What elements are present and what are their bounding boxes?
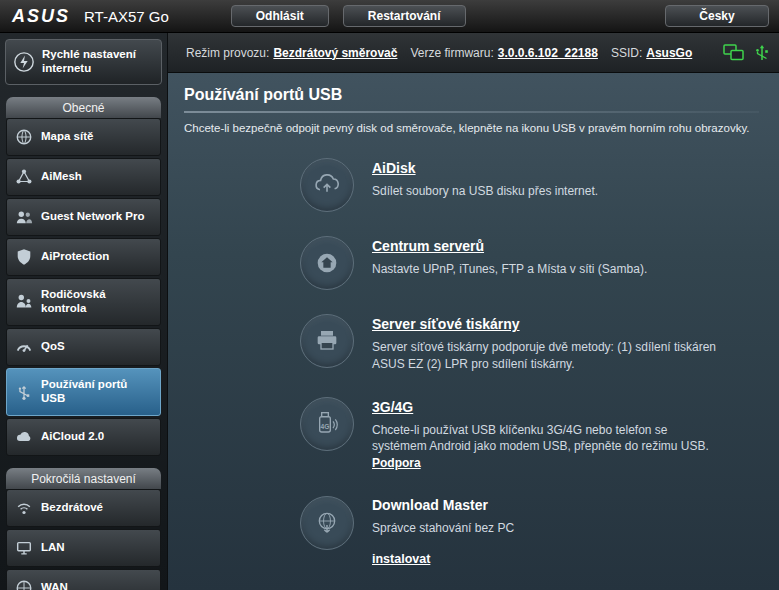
usb-icon xyxy=(13,381,35,403)
sidebar-item-label: AiMesh xyxy=(41,170,82,184)
network-printer-description: Server síťové tiskárny podporuje dvě met… xyxy=(372,339,720,373)
quick-setup-label: Rychlé nastavení internetu xyxy=(42,48,154,76)
sidebar-item-wan[interactable]: WAN xyxy=(6,569,161,590)
sidebar-item-label: Mapa sítě xyxy=(41,130,93,144)
sidebar-item-lan[interactable]: LAN xyxy=(6,529,161,567)
aidisk-link[interactable]: AiDisk xyxy=(372,160,416,176)
sidebar-item-wireless[interactable]: Bezdrátové xyxy=(6,489,161,527)
usb-app-download-master: Download Master Správce stahování bez PC… xyxy=(300,496,759,567)
sidebar-item-label: AiCloud 2.0 xyxy=(41,430,104,444)
operation-mode-link[interactable]: Bezdrátový směrovač xyxy=(273,46,397,60)
aidisk-cloud-icon xyxy=(300,158,354,212)
quick-setup-icon xyxy=(13,51,35,73)
usb-modem-icon: 4G xyxy=(300,397,354,451)
sidebar-item-aiprotection[interactable]: AiProtection xyxy=(6,238,161,276)
usb-app-3g4g: 4G 3G/4G Chcete-li používat USB klíčenku… xyxy=(300,397,759,472)
language-select[interactable]: Česky xyxy=(665,5,769,27)
sidebar-item-label: Rodičovská kontrola xyxy=(41,288,154,316)
reboot-button[interactable]: Restartování xyxy=(343,5,466,27)
sidebar-item-label: Bezdrátové xyxy=(41,501,103,515)
usb-app-servers-center: Centrum serverů Nastavte UPnP, iTunes, F… xyxy=(300,236,759,290)
shield-icon xyxy=(13,246,35,268)
lan-icon xyxy=(13,537,35,559)
section-general: Obecné xyxy=(6,97,161,118)
quick-internet-setup-button[interactable]: Rychlé nastavení internetu xyxy=(5,39,162,85)
install-link[interactable]: instalovat xyxy=(372,552,430,566)
logout-button[interactable]: Odhlásit xyxy=(231,5,329,27)
topbar: ASUS RT-AX57 Go Odhlásit Restartování Če… xyxy=(0,0,779,33)
download-master-icon xyxy=(300,496,354,550)
sidebar-item-qos[interactable]: QoS xyxy=(6,328,161,366)
3g4g-description-text: Chcete-li používat USB klíčenku 3G/4G ne… xyxy=(372,423,709,454)
network-printer-icon xyxy=(300,314,354,368)
sidebar-item-aimesh[interactable]: AiMesh xyxy=(6,158,161,196)
sidebar-item-guest-network[interactable]: Guest Network Pro xyxy=(6,198,161,236)
servers-center-link[interactable]: Centrum serverů xyxy=(372,238,484,254)
usb-status-icon[interactable] xyxy=(753,44,771,61)
wireless-icon xyxy=(13,497,35,519)
sidebar-item-network-map[interactable]: Mapa sítě xyxy=(6,118,161,156)
ssid-label: SSID: xyxy=(611,46,642,60)
sidebar-item-label: WAN xyxy=(41,581,68,590)
podpora-link[interactable]: Podpora xyxy=(372,456,421,470)
usb-app-aidisk: AiDisk Sdílet soubory na USB disku přes … xyxy=(300,158,759,212)
router-admin-screen: ASUS RT-AX57 Go Odhlásit Restartování Če… xyxy=(0,0,779,590)
asus-logo: ASUS xyxy=(12,6,70,27)
operation-mode-label: Režim provozu: xyxy=(186,46,269,60)
section-advanced: Pokročilá nastavení xyxy=(6,468,161,489)
title-divider xyxy=(184,111,759,113)
sidebar: Rychlé nastavení internetu Obecné Mapa s… xyxy=(0,33,168,590)
sidebar-item-label: Používání portů USB xyxy=(41,378,154,406)
lan-status-icon[interactable] xyxy=(723,44,744,61)
cloud-icon xyxy=(13,426,35,448)
status-infobar: Režim provozu: Bezdrátový směrovač Verze… xyxy=(168,33,779,73)
page-title: Používání portů USB xyxy=(184,86,759,104)
firmware-label: Verze firmwaru: xyxy=(410,46,493,60)
router-model-label: RT-AX57 Go xyxy=(84,8,169,25)
network-printer-link[interactable]: Server síťové tiskárny xyxy=(372,316,520,332)
firmware-version-link[interactable]: 3.0.0.6.102_22188 xyxy=(498,46,598,60)
gauge-icon xyxy=(13,336,35,358)
sidebar-item-parental-controls[interactable]: Rodičovská kontrola xyxy=(6,278,161,326)
sidebar-item-label: QoS xyxy=(41,340,65,354)
page-description: Chcete-li bezpečně odpojit pevný disk od… xyxy=(184,122,759,134)
svg-text:4G: 4G xyxy=(321,422,330,429)
wan-icon xyxy=(13,577,35,590)
sidebar-item-label: AiProtection xyxy=(41,250,109,264)
guest-network-icon xyxy=(13,206,35,228)
sidebar-item-aicloud[interactable]: AiCloud 2.0 xyxy=(6,418,161,456)
sidebar-item-usb-application[interactable]: Používání portů USB xyxy=(6,368,161,416)
servers-center-icon xyxy=(300,236,354,290)
download-master-title: Download Master xyxy=(372,497,514,513)
usb-apps-list: AiDisk Sdílet soubory na USB disku přes … xyxy=(184,158,759,567)
download-master-description: Správce stahování bez PC xyxy=(372,520,514,537)
aidisk-description: Sdílet soubory na USB disku přes interne… xyxy=(372,183,598,200)
aimesh-icon xyxy=(13,166,35,188)
network-map-icon xyxy=(13,126,35,148)
3g4g-link[interactable]: 3G/4G xyxy=(372,399,413,415)
usb-application-panel: Používání portů USB Chcete-li bezpečně o… xyxy=(168,73,779,590)
servers-center-description: Nastavte UPnP, iTunes, FTP a Místa v sít… xyxy=(372,261,647,278)
usb-app-network-printer: Server síťové tiskárny Server síťové tis… xyxy=(300,314,759,373)
ssid-link[interactable]: AsusGo xyxy=(646,46,692,60)
sidebar-item-label: Guest Network Pro xyxy=(41,210,145,224)
parental-controls-icon xyxy=(13,291,35,313)
sidebar-item-label: LAN xyxy=(41,541,65,555)
3g4g-description: Chcete-li používat USB klíčenku 3G/4G ne… xyxy=(372,422,720,472)
